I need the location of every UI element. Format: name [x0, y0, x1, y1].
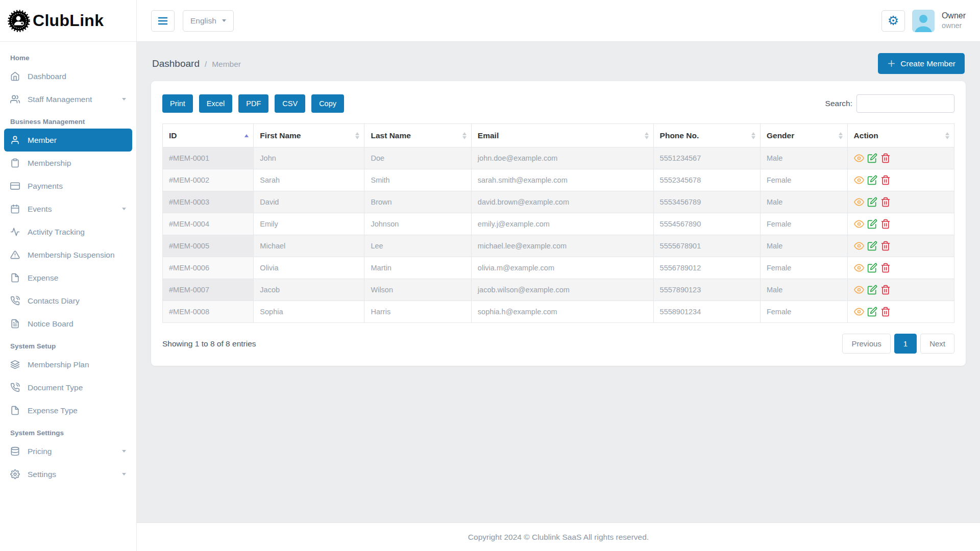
cell-email: sarah.smith@example.com	[471, 169, 653, 191]
cell-id: #MEM-0006	[163, 257, 254, 279]
column-header-last-name[interactable]: Last Name	[364, 124, 471, 147]
cell-first-name: Olivia	[254, 257, 364, 279]
delete-icon[interactable]	[880, 285, 891, 295]
sidebar-item-activity-tracking[interactable]: Activity Tracking	[4, 220, 132, 243]
sort-icon	[945, 132, 949, 139]
layers-icon	[10, 360, 20, 369]
delete-icon[interactable]	[880, 307, 891, 317]
copy-button[interactable]: Copy	[311, 94, 344, 113]
cell-email: sophia.h@example.com	[471, 301, 653, 323]
hamburger-icon	[158, 16, 168, 26]
column-header-action[interactable]: Action	[847, 124, 954, 147]
cell-phone: 5551234567	[653, 147, 760, 169]
sidebar-item-expense-type[interactable]: Expense Type	[4, 399, 132, 422]
sidebar-item-pricing[interactable]: Pricing	[4, 440, 132, 463]
sidebar-item-notice-board[interactable]: Notice Board	[4, 312, 132, 335]
breadcrumb-current: Member	[212, 59, 241, 69]
sidebar-item-events[interactable]: Events	[4, 197, 132, 220]
table-row: #MEM-0001JohnDoejohn.doe@example.com5551…	[163, 147, 954, 169]
sidebar-item-expense[interactable]: Expense	[4, 266, 132, 289]
edit-icon[interactable]	[867, 241, 877, 251]
excel-button[interactable]: Excel	[199, 94, 232, 113]
clipboard-icon	[10, 158, 20, 168]
edit-icon[interactable]	[867, 307, 877, 317]
view-icon[interactable]	[854, 307, 864, 317]
column-header-gender[interactable]: Gender	[760, 124, 847, 147]
view-icon[interactable]	[854, 263, 864, 273]
sidebar-item-label: Membership Suspension	[28, 251, 115, 260]
table-row: #MEM-0005MichaelLeemichael.lee@example.c…	[163, 235, 954, 257]
edit-icon[interactable]	[867, 263, 877, 273]
column-header-phone-no-[interactable]: Phone No.	[653, 124, 760, 147]
sidebar-item-member[interactable]: Member	[4, 129, 132, 152]
view-icon[interactable]	[854, 241, 864, 251]
home-icon	[10, 71, 20, 81]
cell-last-name: Johnson	[364, 213, 471, 235]
sidebar-item-staff-management[interactable]: Staff Management	[4, 88, 132, 111]
pagination-page-1[interactable]: 1	[894, 334, 917, 354]
cell-id: #MEM-0008	[163, 301, 254, 323]
csv-button[interactable]: CSV	[275, 94, 305, 113]
cell-action	[847, 191, 954, 213]
cell-action	[847, 301, 954, 323]
sidebar-item-settings[interactable]: Settings	[4, 463, 132, 486]
pdf-button[interactable]: PDF	[238, 94, 268, 113]
sidebar-item-label: Member	[28, 136, 57, 145]
delete-icon[interactable]	[880, 219, 891, 229]
settings-button[interactable]: ⚙	[881, 10, 905, 32]
sidebar-item-membership[interactable]: Membership	[4, 152, 132, 174]
sidebar-item-payments[interactable]: Payments	[4, 174, 132, 197]
search-input[interactable]	[856, 94, 954, 113]
chevron-down-icon	[122, 473, 126, 475]
edit-icon[interactable]	[867, 219, 877, 229]
cell-last-name: Wilson	[364, 279, 471, 301]
sidebar-item-dashboard[interactable]: Dashboard	[4, 65, 132, 88]
delete-icon[interactable]	[880, 241, 891, 251]
sidebar-item-document-type[interactable]: Document Type	[4, 376, 132, 399]
column-header-email[interactable]: Email	[471, 124, 653, 147]
user-block[interactable]: Owner owner	[942, 11, 966, 30]
cell-email: jacob.wilson@example.com	[471, 279, 653, 301]
cell-id: #MEM-0003	[163, 191, 254, 213]
edit-icon[interactable]	[867, 197, 877, 207]
table-row: #MEM-0008SophiaHarrissophia.h@example.co…	[163, 301, 954, 323]
cell-gender: Male	[760, 279, 847, 301]
sort-icon	[244, 134, 249, 137]
sidebar-item-label: Activity Tracking	[28, 228, 85, 237]
edit-icon[interactable]	[867, 285, 877, 295]
column-header-first-name[interactable]: First Name	[254, 124, 364, 147]
delete-icon[interactable]	[880, 263, 891, 273]
create-member-button[interactable]: Create Member	[878, 53, 965, 74]
brand-logo[interactable]: ClubLink	[0, 0, 136, 42]
view-icon[interactable]	[854, 285, 864, 295]
sidebar-toggle-button[interactable]	[151, 10, 175, 32]
sidebar-item-membership-suspension[interactable]: Membership Suspension	[4, 243, 132, 266]
view-icon[interactable]	[854, 219, 864, 229]
brand-name: ClubLink	[33, 11, 104, 30]
delete-icon[interactable]	[880, 175, 891, 185]
view-icon[interactable]	[854, 197, 864, 207]
print-button[interactable]: Print	[162, 94, 193, 113]
sidebar-item-label: Dashboard	[28, 72, 66, 81]
cell-first-name: David	[254, 191, 364, 213]
sidebar-item-membership-plan[interactable]: Membership Plan	[4, 353, 132, 376]
edit-icon[interactable]	[867, 175, 877, 185]
table-footer: Showing 1 to 8 of 8 entries Previous 1 N…	[162, 334, 954, 354]
avatar[interactable]	[912, 10, 935, 32]
view-icon[interactable]	[854, 175, 864, 185]
cell-id: #MEM-0005	[163, 235, 254, 257]
sidebar-item-contacts-diary[interactable]: Contacts Diary	[4, 289, 132, 312]
language-dropdown[interactable]: English	[183, 10, 234, 32]
delete-icon[interactable]	[880, 197, 891, 207]
cell-email: david.brown@example.com	[471, 191, 653, 213]
edit-icon[interactable]	[867, 153, 877, 163]
pagination-previous[interactable]: Previous	[842, 334, 890, 354]
table-body: #MEM-0001JohnDoejohn.doe@example.com5551…	[163, 147, 954, 323]
breadcrumb-dashboard[interactable]: Dashboard	[152, 58, 200, 69]
pagination-next[interactable]: Next	[920, 334, 954, 354]
column-header-id[interactable]: ID	[163, 124, 254, 147]
delete-icon[interactable]	[880, 153, 891, 163]
users-icon	[10, 94, 20, 104]
view-icon[interactable]	[854, 153, 864, 163]
gear-icon: ⚙	[888, 14, 899, 27]
